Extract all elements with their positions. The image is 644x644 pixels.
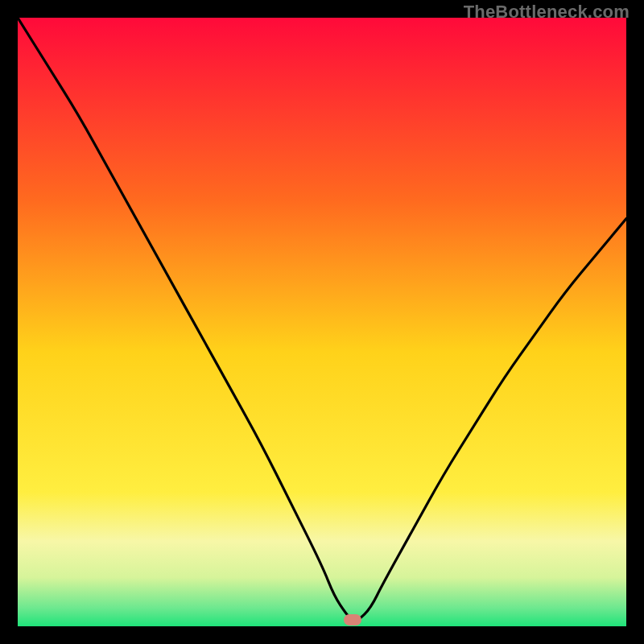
optimum-marker — [344, 614, 361, 625]
plot-area — [18, 18, 626, 626]
gradient-background — [18, 18, 626, 626]
chart-frame: TheBottleneck.com — [0, 0, 644, 644]
plot-svg — [18, 18, 626, 626]
